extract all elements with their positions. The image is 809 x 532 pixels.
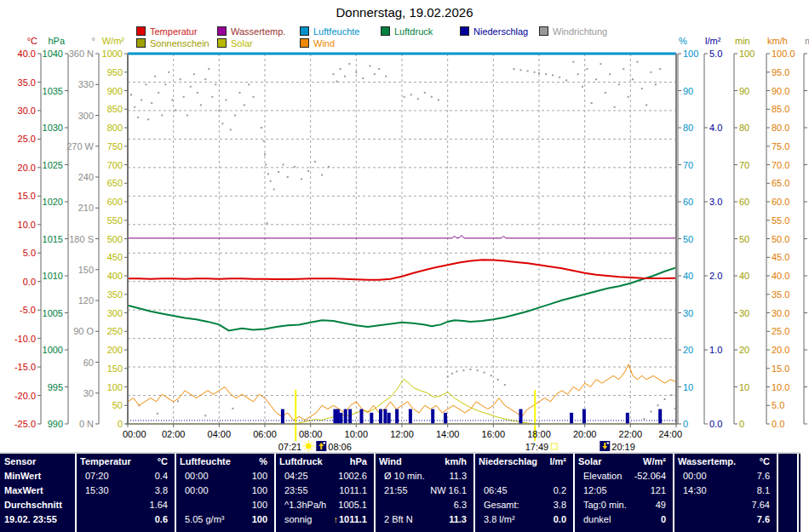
axis-unit-label: l/m² [705,36,721,46]
axis-tick-label: 60 [739,197,749,207]
table-cell-label: 23:55 [284,485,308,496]
x-tick-label: 00:00 [123,429,146,439]
table-cell-label: 15:30 [85,485,109,496]
table-cell-label: 00:00 [185,485,209,496]
axis-tick-label: 30 [683,308,693,318]
axis-tick-label: 55.0 [772,215,789,226]
axis-tick-label: 150 [78,265,94,275]
table-cell-value: 1.64 [150,500,168,511]
axis-tick-label: 650 [107,178,123,188]
axis-tick-label: 0 N [79,419,94,429]
table-cell-value: 0.4 [155,471,168,482]
axis-tick-label: 70 [739,160,749,170]
axis-tick-label: 90 [683,86,693,96]
axis-tick-label: 70 [683,160,693,170]
axis-tick-label: 100.0 [772,49,795,59]
axis-tick-label: 360 N [69,49,94,59]
axis-tick-label: 45.0 [772,252,789,262]
axis-tick-label: 5.0 [772,400,784,410]
axis-radiation: 1000950900850800750700650600550500450400… [102,36,128,429]
table-cell-value: 100 [252,514,267,525]
axis-tick-label: 15.0 [18,191,36,201]
axis-tick-label: 0.0 [709,419,722,429]
axis-wind_speed: 100.095.090.085.080.075.070.065.060.055.… [766,36,795,429]
axis-tick-label: 30.0 [18,106,36,116]
axis-extra: m [804,36,809,424]
pressure-trend-up-icon: ↑ [333,514,338,524]
axis-tick-label: 40.0 [772,271,789,281]
x-tick-label: 10:00 [345,429,369,439]
axis-tick-label: 20 [739,345,749,355]
axis-tick-label: -15.0 [14,362,36,372]
table-column-divider [673,454,674,532]
axis-tick-label: 100 [739,49,754,59]
axis-tick-label: 0.0 [772,419,784,429]
axis-tick-label: 95.0 [772,67,789,77]
axis-unit-label: ° [92,36,95,46]
axis-tick-label: 500 [107,234,123,244]
axis-tick-label: 100 [683,49,698,59]
wind-direction-scatter [130,61,676,420]
axis-tick-label: 50 [739,234,749,244]
table-cell-label: sonnig [284,514,312,525]
axis-tick-label: 900 [107,86,123,96]
axis-tick-label: 3.0 [709,197,722,207]
table-header-unit: l/m² [549,456,566,467]
gridlines [128,54,676,424]
table-cell-label: Gesamt: [484,500,519,511]
axis-tick-label: 60 [83,358,94,368]
axis-tick-label: 90 O [73,326,94,336]
weather-chart: 40.035.030.025.020.015.010.05.00.0-5.0-1… [0,0,809,454]
axis-tick-label: 330 [78,79,94,89]
table-cell-label: 2 Bft N [384,514,413,525]
table-header-wind: Wind [379,456,402,467]
axis-tick-label: 75.0 [772,141,789,152]
axis-tick-label: 60 [683,197,693,207]
table-column-divider [374,454,376,532]
table-cell-value: 7.64 [752,500,770,511]
x-tick-label: 12:00 [390,429,414,439]
weather-app-window: Donnerstag, 19.02.2026 TemperaturWassert… [0,0,809,532]
axis-tick-label: 25.0 [772,326,789,336]
axis-tick-label: 450 [107,252,123,262]
axis-tick-label: 1.0 [709,345,722,355]
axis-tick-label: 300 [78,111,94,121]
table-cell-label: Tag:0 min. [583,500,627,511]
x-tick-label: 18:00 [527,429,551,439]
axis-tick-label: 0 [739,419,744,429]
table-cell-value: 0.0 [554,514,566,525]
axis-tick-label: 80.0 [772,123,789,133]
sunrise-time: 07:21 [278,442,302,452]
axis-tick-label: 50 [683,234,693,244]
table-cell-value: 1011.1 [339,485,367,496]
axis-tick-label: 0 [683,419,688,429]
table-cell-value: 1005.1 [338,500,367,511]
axis-pressure: 1040103510301025102010151010100510009959… [43,36,68,429]
axis-tick-label: 700 [107,160,123,170]
axis-humidity: 1009080706050403020100% [678,36,698,429]
sunrise-icon [303,441,314,452]
axis-tick-label: 40 [683,271,693,281]
table-cell-value: 7.6 [757,514,770,525]
axis-tick-label: 1040 [43,49,63,59]
axis-tick-label: 950 [107,67,123,77]
axis-tick-label: 750 [107,141,123,152]
table-cell-value: 3.8 [155,485,168,496]
axis-temp: 40.035.030.025.020.015.010.05.00.0-5.0-1… [14,36,41,429]
axis-tick-label: 85.0 [772,104,789,114]
table-column-divider [274,454,276,532]
axis-tick-label: 1000 [43,345,63,355]
table-cell-label: 14:30 [683,485,707,496]
axis-tick-label: 10.0 [772,382,789,392]
x-tick-label: 14:00 [436,429,460,439]
moonrise-icon [316,441,326,451]
axis-tick-label: 40 [739,271,749,281]
moonrise-time: 08:06 [328,442,352,452]
axis-tick-label: 4.0 [709,123,722,133]
table-cell-value: 100 [252,485,267,496]
table-cell-value: 0 [661,514,666,525]
table-header-temperatur: Temperatur [80,456,131,467]
axis-tick-label: 30 [83,388,94,398]
table-cell-label: 3.8 l/m² [484,514,515,525]
table-header-wassertemp: Wassertemp. [678,456,736,467]
